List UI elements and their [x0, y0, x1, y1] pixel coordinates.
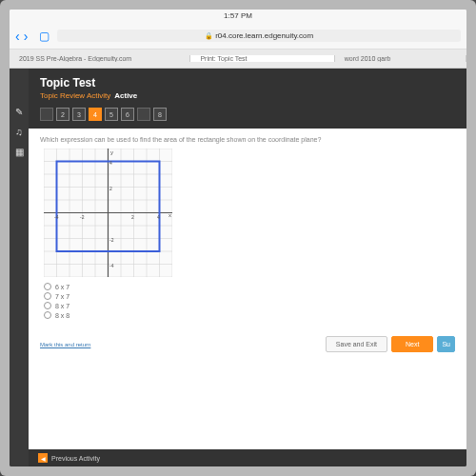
question-panel: Which expression can be used to find the…	[29, 129, 466, 449]
qnav-2[interactable]: 2	[56, 108, 69, 121]
tab-3[interactable]: word 2010 garb	[335, 55, 466, 62]
page-title: Topic Test	[40, 76, 455, 89]
answer-a: 6 x 7	[55, 284, 69, 290]
svg-text:4: 4	[157, 214, 160, 220]
svg-text:2: 2	[109, 186, 112, 191]
save-exit-button[interactable]: Save and Exit	[326, 336, 387, 352]
qnav-6[interactable]: 6	[121, 108, 134, 121]
radio-a[interactable]	[44, 283, 51, 290]
svg-text:-4: -4	[109, 263, 114, 268]
active-label: Active	[114, 91, 137, 100]
tab-1[interactable]: 2019 SS Pre-Algebra - Edgenuity.com	[10, 55, 190, 62]
svg-text:2: 2	[131, 214, 134, 220]
prev-arrow-icon[interactable]: ◀	[38, 453, 48, 463]
back-icon[interactable]: ‹	[15, 29, 20, 44]
qnav-4[interactable]: 4	[89, 108, 102, 121]
headphones-icon[interactable]: ♫	[15, 127, 23, 137]
qnav-7[interactable]	[137, 108, 150, 121]
coordinate-plane: y x 42-2-4 -4-224	[44, 149, 172, 277]
qnav-3[interactable]: 3	[72, 108, 86, 121]
side-toolbar: ✎ ♫ ▦	[10, 69, 29, 466]
svg-text:-2: -2	[109, 237, 114, 243]
svg-text:-2: -2	[80, 214, 85, 220]
question-text: Which expression can be used to find the…	[40, 136, 455, 143]
answer-b: 7 x 7	[55, 293, 69, 300]
url-text: r04.core.learn.edgenuity.com	[215, 31, 313, 40]
answer-c: 8 x 7	[55, 303, 69, 309]
forward-icon[interactable]: ›	[24, 29, 29, 44]
answer-d: 8 x 8	[55, 312, 69, 319]
browser-toolbar: ‹ › ▢ 🔒r04.core.learn.edgenuity.com	[10, 23, 466, 50]
radio-b[interactable]	[44, 292, 51, 300]
lock-icon: 🔒	[205, 32, 213, 39]
mark-return-link[interactable]: Mark this and return	[40, 342, 90, 347]
tab-2[interactable]: Print: Topic Test	[190, 55, 334, 62]
calculator-icon[interactable]: ▦	[15, 147, 24, 157]
answer-list: 6 x 7 7 x 7 8 x 7 8 x 8	[44, 281, 455, 321]
svg-text:4: 4	[109, 160, 112, 166]
url-field[interactable]: 🔒r04.core.learn.edgenuity.com	[57, 30, 461, 42]
svg-text:y: y	[110, 149, 113, 155]
clock: 1:57 PM	[224, 11, 252, 20]
footer-bar: ◀ Previous Activity	[29, 449, 466, 466]
bookmarks-icon[interactable]: ▢	[39, 30, 50, 43]
qnav-1[interactable]	[40, 108, 53, 121]
submit-button[interactable]: Su	[437, 336, 455, 352]
svg-text:x: x	[169, 212, 171, 218]
status-bar: 1:57 PM	[10, 10, 466, 23]
qnav-8[interactable]: 8	[153, 108, 167, 121]
tab-strip: 2019 SS Pre-Algebra - Edgenuity.com Prin…	[10, 50, 466, 69]
radio-c[interactable]	[44, 302, 51, 309]
prev-activity-link[interactable]: Previous Activity	[51, 455, 100, 462]
question-nav: 2 3 4 5 6 8	[29, 104, 466, 129]
topic-subtitle: Topic Review Activity	[40, 91, 110, 100]
radio-d[interactable]	[44, 311, 51, 319]
pencil-icon[interactable]: ✎	[15, 107, 23, 117]
svg-text:-4: -4	[54, 214, 59, 220]
topic-header: Topic Test Topic Review ActivityActive	[29, 69, 466, 104]
next-button[interactable]: Next	[391, 336, 433, 352]
qnav-5[interactable]: 5	[105, 108, 118, 121]
